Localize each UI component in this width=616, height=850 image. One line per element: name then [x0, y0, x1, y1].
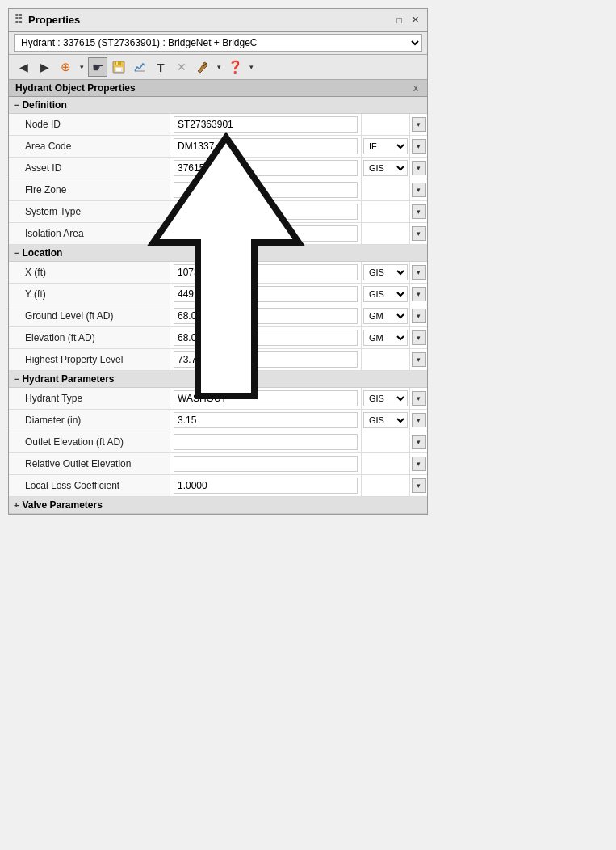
help-dropdown-button[interactable]: ▾: [246, 57, 256, 77]
prop-source-cell-definition-0: [361, 114, 409, 135]
section-toggle-definition: −: [14, 100, 19, 110]
prop-dropdown-btn-hydrant_parameters-3[interactable]: ▾: [412, 457, 426, 471]
prop-value-input-hydrant_parameters-2[interactable]: [174, 434, 358, 450]
prop-value-cell-definition-2: [170, 158, 361, 179]
prop-value-input-hydrant_parameters-3[interactable]: [174, 456, 358, 472]
help-button[interactable]: ❓: [225, 57, 245, 77]
forward-button[interactable]: ▶: [35, 57, 54, 77]
prop-dropdown-btn-location-2[interactable]: ▾: [412, 309, 426, 323]
prop-value-cell-definition-5: [170, 223, 361, 244]
locate-button[interactable]: ⊕: [56, 57, 75, 77]
prop-value-input-location-3[interactable]: [174, 330, 358, 346]
prop-dropdown-btn-hydrant_parameters-0[interactable]: ▾: [412, 391, 426, 406]
section-header-hydrant_parameters[interactable]: −Hydrant Parameters: [9, 371, 427, 388]
prop-value-input-definition-0[interactable]: [174, 116, 358, 133]
prop-source-select-hydrant_parameters-0[interactable]: GIS: [363, 390, 408, 406]
prop-label-location-0: X (ft): [9, 262, 170, 283]
section-header-definition[interactable]: −Definition: [9, 97, 427, 114]
prop-dropdown-btn-location-3[interactable]: ▾: [412, 330, 426, 345]
prop-value-input-definition-4[interactable]: [174, 204, 358, 220]
prop-value-input-location-1[interactable]: [174, 286, 358, 302]
prop-dropdown-btn-definition-0[interactable]: ▾: [412, 117, 426, 132]
delete-button[interactable]: ✕: [172, 57, 191, 77]
prop-value-cell-hydrant_parameters-2: [170, 431, 361, 452]
prop-dropdown-btn-definition-5[interactable]: ▾: [412, 226, 426, 241]
prop-label-hydrant_parameters-1: Diameter (in): [9, 410, 170, 431]
prop-dropdown-btn-definition-1[interactable]: ▾: [412, 139, 426, 154]
prop-dropdown-cell-location-4: ▾: [409, 349, 427, 370]
prop-value-input-hydrant_parameters-1[interactable]: [174, 412, 358, 428]
locate-dropdown-button[interactable]: ▾: [77, 57, 86, 77]
prop-dropdown-btn-hydrant_parameters-4[interactable]: ▾: [412, 478, 426, 493]
section-label-definition: Definition: [22, 99, 66, 111]
prop-label-definition-3: Fire Zone: [9, 179, 170, 200]
prop-source-select-location-0[interactable]: GIS: [363, 264, 408, 280]
table-row: Ground Level (ft AD)GM▾: [9, 305, 427, 327]
prop-value-input-hydrant_parameters-0[interactable]: [174, 390, 358, 406]
prop-dropdown-btn-hydrant_parameters-2[interactable]: ▾: [412, 435, 426, 449]
prop-dropdown-cell-definition-4: ▾: [409, 201, 427, 222]
table-row: Y (ft)GIS▾: [9, 284, 427, 305]
prop-dropdown-btn-location-1[interactable]: ▾: [412, 287, 426, 301]
table-row: Fire Zone▾: [9, 179, 427, 201]
prop-value-input-location-2[interactable]: [174, 308, 358, 324]
prop-value-input-definition-3[interactable]: [174, 182, 358, 198]
object-selector[interactable]: Hydrant : 337615 (ST27363901) : BridgeNe…: [14, 34, 422, 52]
prop-value-input-definition-1[interactable]: [174, 138, 358, 154]
panel-minimize-button[interactable]: □: [393, 14, 405, 27]
prop-value-input-hydrant_parameters-4[interactable]: [174, 478, 358, 494]
prop-dropdown-btn-location-4[interactable]: ▾: [412, 352, 426, 367]
prop-dropdown-cell-location-1: ▾: [409, 284, 427, 305]
save-button[interactable]: [109, 57, 128, 77]
prop-value-cell-hydrant_parameters-3: [170, 453, 361, 474]
prop-source-select-location-2[interactable]: GM: [363, 308, 408, 324]
tools-dropdown-button[interactable]: ▾: [214, 57, 224, 77]
prop-value-cell-definition-1: [170, 136, 361, 157]
text-button[interactable]: T: [151, 57, 170, 77]
tools-button[interactable]: [193, 57, 212, 77]
prop-dropdown-cell-hydrant_parameters-2: ▾: [409, 431, 427, 452]
prop-dropdown-btn-hydrant_parameters-1[interactable]: ▾: [412, 413, 426, 427]
prop-value-cell-location-2: [170, 305, 361, 326]
table-row: Area CodeIF▾: [9, 136, 427, 158]
prop-source-select-location-3[interactable]: GM: [363, 330, 408, 346]
select-tool-button[interactable]: ☛: [88, 57, 107, 77]
prop-value-input-definition-2[interactable]: [174, 160, 358, 176]
back-button[interactable]: ◀: [14, 57, 33, 77]
prop-label-location-3: Elevation (ft AD): [9, 327, 170, 348]
chart-button[interactable]: [130, 57, 149, 77]
prop-label-hydrant_parameters-2: Outlet Elevation (ft AD): [9, 431, 170, 452]
prop-value-cell-definition-0: [170, 114, 361, 135]
prop-dropdown-cell-location-0: ▾: [409, 262, 427, 283]
prop-label-location-1: Y (ft): [9, 284, 170, 305]
prop-source-cell-location-3: GM: [361, 327, 409, 348]
prop-source-cell-location-1: GIS: [361, 284, 409, 305]
prop-value-cell-hydrant_parameters-1: [170, 410, 361, 431]
prop-source-select-definition-1[interactable]: IF: [363, 138, 408, 154]
prop-value-input-location-4[interactable]: [174, 351, 358, 368]
prop-dropdown-btn-location-0[interactable]: ▾: [412, 265, 426, 280]
sub-panel-close-button[interactable]: x: [411, 82, 421, 94]
prop-value-input-location-0[interactable]: [174, 264, 358, 280]
prop-source-cell-definition-4: [361, 201, 409, 222]
drag-handle-icon[interactable]: ⠿: [14, 12, 22, 27]
prop-source-select-hydrant_parameters-1[interactable]: GIS: [363, 412, 408, 428]
table-row: Outlet Elevation (ft AD)▾: [9, 431, 427, 453]
section-header-location[interactable]: −Location: [9, 245, 427, 262]
section-label-valve_parameters: Valve Parameters: [22, 499, 102, 511]
prop-source-cell-definition-5: [361, 223, 409, 244]
panel-close-button[interactable]: ✕: [409, 13, 422, 27]
svg-rect-4: [116, 68, 121, 71]
section-header-valve_parameters[interactable]: +Valve Parameters: [9, 497, 427, 514]
prop-value-input-definition-5[interactable]: [174, 225, 358, 242]
prop-dropdown-btn-definition-3[interactable]: ▾: [412, 183, 426, 197]
prop-dropdown-btn-definition-2[interactable]: ▾: [412, 161, 426, 175]
section-label-hydrant_parameters: Hydrant Parameters: [22, 373, 114, 385]
prop-dropdown-btn-definition-4[interactable]: ▾: [412, 204, 426, 219]
prop-source-select-definition-2[interactable]: GIS: [363, 160, 408, 176]
section-label-location: Location: [22, 247, 62, 259]
table-row: Highest Property Level▾: [9, 349, 427, 371]
prop-label-hydrant_parameters-4: Local Loss Coefficient: [9, 475, 170, 496]
svg-rect-2: [116, 62, 118, 65]
prop-source-select-location-1[interactable]: GIS: [363, 286, 408, 302]
